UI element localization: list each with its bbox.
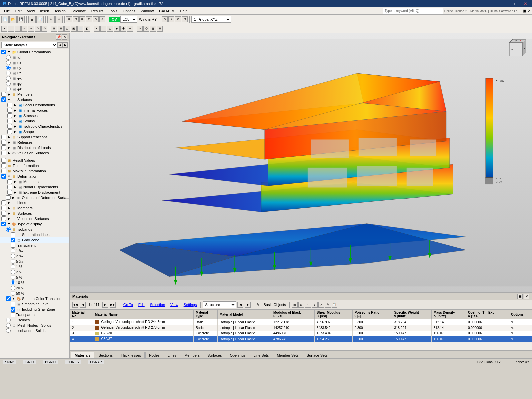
tab-members[interactable]: Members	[181, 352, 203, 358]
t2-extra4[interactable]: ⊞	[157, 26, 163, 32]
tree-smooth-transparent[interactable]: Transparent	[0, 312, 69, 317]
menu-results[interactable]: Results	[89, 8, 106, 14]
nav-prev-btn[interactable]: ◀	[57, 42, 63, 48]
menu-calculate[interactable]: Calculate	[68, 8, 89, 14]
action-btn3[interactable]: ↑	[305, 302, 311, 308]
print-btn[interactable]: 🖨	[28, 16, 36, 23]
tree-maxmin[interactable]: ⊞ Max/Min Information	[0, 168, 69, 174]
radio-mesh-nodes[interactable]	[6, 323, 11, 328]
including-gray-check[interactable]	[11, 307, 15, 312]
tree-5pm[interactable]: 5 ‰	[0, 259, 69, 264]
tree-nodal-disp[interactable]: ▶ ▣ Nodal Displacements	[0, 184, 69, 190]
tree-support-reactions[interactable]: ▶ ⊞ Support Reactions	[0, 134, 69, 140]
undo-btn[interactable]: ↩	[47, 16, 55, 23]
tree-values-surf2[interactable]: ▶ ⊞ Values on Surfaces	[0, 216, 69, 221]
smooth-color-toggle[interactable]: ▼	[11, 297, 16, 300]
tree-title-info[interactable]: ⊞ Title Information	[0, 163, 69, 168]
tree-uz[interactable]: ▣ uz	[0, 70, 69, 76]
table-row[interactable]: 2 Geilinger Verbundquerschnitt RO 273,0m…	[70, 325, 532, 331]
struct-next-btn[interactable]: ▶	[245, 302, 251, 308]
tree-result-values[interactable]: ⊞ Result Values	[0, 158, 69, 163]
strains-check[interactable]	[7, 119, 12, 123]
action-btn7[interactable]: 📋	[332, 302, 337, 308]
search-input[interactable]	[383, 8, 443, 14]
t2-btn3[interactable]: ↓	[15, 26, 21, 32]
releases-check[interactable]	[1, 140, 6, 145]
tree-gray-zone[interactable]: ◻ Gray Zone	[0, 237, 69, 243]
t2-btn2[interactable]: ↑	[8, 26, 14, 32]
lc-combo[interactable]: LC5	[120, 16, 137, 23]
global-deformations-check[interactable]	[1, 50, 6, 54]
smooth-transparent-check[interactable]	[11, 312, 15, 317]
values-surfaces-check[interactable]	[1, 151, 6, 155]
t2-btn12[interactable]: ⬜	[77, 26, 83, 32]
tb1-btn4[interactable]: ⊞	[86, 16, 92, 22]
values-surf2-toggle[interactable]: ▶	[7, 217, 11, 220]
view-btn4[interactable]: ⊞	[182, 16, 188, 22]
deformation-toggle[interactable]: ▼	[7, 175, 11, 178]
surfaces2-check[interactable]	[1, 211, 6, 216]
title-info-check[interactable]	[1, 163, 6, 168]
radio-uz[interactable]	[6, 71, 11, 75]
t2-btn9[interactable]: ⊟	[58, 26, 64, 32]
tree-shape[interactable]: ▶ ▣ Shape	[0, 129, 69, 134]
status-glines[interactable]: GLINES	[65, 360, 81, 364]
def-members-check[interactable]	[7, 179, 12, 184]
transparent-check[interactable]	[11, 243, 15, 248]
tree-phiz[interactable]: ▣ φz	[0, 86, 69, 92]
view-label[interactable]: View	[168, 303, 180, 307]
tree-isotropic[interactable]: ▶ ▣ Isotropic Characteristics	[0, 124, 69, 129]
tree-separation-lines[interactable]: ─ Separation Lines	[0, 232, 69, 237]
radio-50pct[interactable]	[11, 291, 15, 296]
tree-ux[interactable]: ▣ ux	[0, 60, 69, 65]
action-btn5[interactable]: ✕	[318, 302, 324, 308]
navigator-analysis-combo[interactable]: Static Analysis	[1, 42, 57, 48]
tree-def-members[interactable]: ▶ ▣ Members	[0, 179, 69, 184]
nav-close-btn[interactable]: ✕	[62, 34, 67, 40]
tree-50pct[interactable]: 50 %	[0, 291, 69, 296]
view-btn2[interactable]: ⌖	[168, 16, 174, 22]
tree-2pm[interactable]: 2 ‰	[0, 253, 69, 259]
action-btn6[interactable]: ✎	[325, 302, 331, 308]
title-bar-controls[interactable]: ─ □ ✕	[503, 1, 529, 6]
t2-obj4[interactable]: ◈	[114, 26, 120, 32]
radio-1pm[interactable]	[11, 248, 15, 253]
distribution-check[interactable]	[1, 145, 6, 150]
result-values-check[interactable]	[1, 158, 6, 163]
tab-materials[interactable]: Materials	[71, 352, 94, 358]
menu-tools[interactable]: Tools	[106, 8, 120, 14]
menu-cad-bim[interactable]: CAD-BIM	[156, 8, 177, 14]
radio-isobands[interactable]	[6, 227, 11, 232]
tab-sections[interactable]: Sections	[95, 352, 116, 358]
tree-20pct[interactable]: 20 %	[0, 285, 69, 291]
radio-10pct[interactable]	[11, 280, 15, 285]
tree-local-def[interactable]: ▶ ▣ Local Deformations	[0, 102, 69, 108]
tree-5pct[interactable]: 5 %	[0, 275, 69, 280]
stresses-check[interactable]	[7, 113, 12, 118]
surfaces2-toggle[interactable]: ▶	[7, 212, 11, 215]
local-def-check[interactable]	[7, 103, 12, 107]
global-deformations-toggle[interactable]: ▼	[7, 50, 11, 54]
settings-label[interactable]: Settings	[182, 303, 199, 307]
isotropic-toggle[interactable]: ▶	[13, 125, 17, 128]
t2-btn13[interactable]: ◧	[84, 26, 90, 32]
members-check[interactable]	[1, 92, 6, 97]
values-surf2-check[interactable]	[1, 216, 6, 221]
tab-surface-sets[interactable]: Surface Sets	[303, 352, 331, 358]
radio-2pm[interactable]	[11, 254, 15, 258]
stresses-toggle[interactable]: ▶	[13, 114, 17, 117]
cell-options[interactable]: ✎	[509, 319, 532, 325]
tree-internal-forces[interactable]: ▶ ▣ Internal Forces	[0, 108, 69, 113]
tb1-btn5[interactable]: ⊕	[93, 16, 99, 22]
shape-toggle[interactable]: ▶	[13, 130, 17, 133]
t2-btn7[interactable]: ⟲	[41, 26, 47, 32]
tab-openings[interactable]: Openings	[226, 352, 249, 358]
close-app-btn[interactable]: ✕	[528, 9, 531, 13]
type-display-toggle[interactable]: ▼	[7, 222, 11, 226]
panel-close-btn[interactable]: ✕	[524, 294, 529, 299]
tree-members2[interactable]: ▶ ⊞ Members	[0, 205, 69, 211]
nodal-disp-check[interactable]	[7, 185, 12, 189]
t2-btn11[interactable]: ▣	[71, 26, 77, 32]
view-btn3[interactable]: ⊕	[175, 16, 181, 22]
outlines-toggle[interactable]: ▶	[11, 196, 16, 199]
